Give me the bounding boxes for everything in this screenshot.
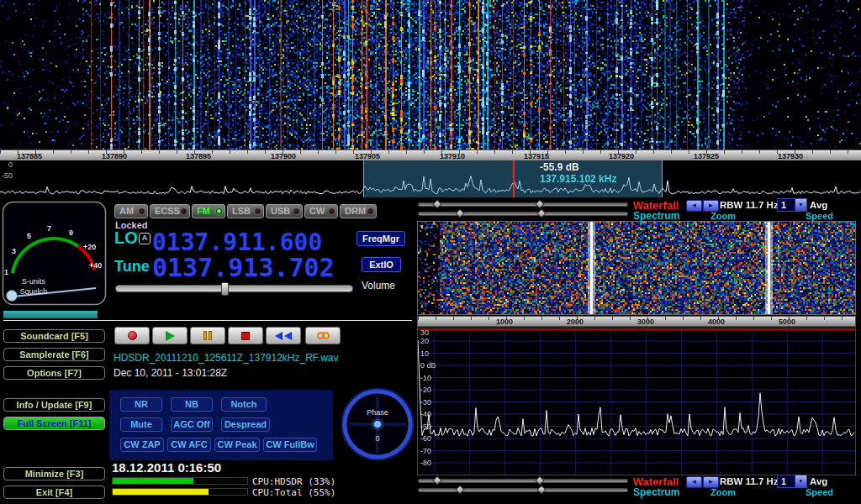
vfo-a-badge[interactable]: A xyxy=(139,233,151,244)
tune-cursor-line xyxy=(513,160,515,197)
record-button[interactable] xyxy=(114,327,150,344)
tune-frequency-display[interactable]: 0137.913.702 xyxy=(152,253,335,282)
spectrum-tab[interactable]: Spectrum xyxy=(633,210,679,222)
recording-filename: HDSDR_20111210_125611Z_137912kHz_RF.wav xyxy=(114,352,339,364)
db-scale-label: 0 dB xyxy=(420,361,436,370)
info-update-button[interactable]: Info / Update [F9] xyxy=(3,398,105,412)
chevron-down-icon[interactable]: ▼ xyxy=(795,475,806,487)
cursor-readout: -55.9 dB 137.915.102 kHz xyxy=(540,161,616,185)
agc-button[interactable]: AGC Off xyxy=(171,417,213,432)
squelch-level-bar[interactable] xyxy=(3,311,98,318)
zoom-out-button[interactable]: ◄ xyxy=(686,200,702,212)
hdsdr-window: 137885 137890 137895 137900 137905 13791… xyxy=(0,0,861,504)
freq-label: 137930 xyxy=(778,152,803,160)
rf-display-controls-top: Waterfall Spectrum ◄ ► RBW 11.7 Hz Zoom … xyxy=(0,198,861,222)
slider-thumb[interactable] xyxy=(536,485,546,494)
volume-label: Volume xyxy=(362,280,395,291)
avg-dropdown[interactable]: 1 ▼ xyxy=(777,198,807,212)
slider-thumb[interactable] xyxy=(432,475,441,485)
af-waterfall-display[interactable] xyxy=(417,221,856,315)
db-axis-label: 0 xyxy=(8,160,13,169)
zoom-arrow-buttons: ◄ ► xyxy=(686,200,719,212)
clock-display: 18.12.2011 0:16:50 xyxy=(112,460,221,475)
main-spectrum-display[interactable]: 0 -50 -55.9 dB 137.915.102 kHz xyxy=(0,160,861,197)
freq-label: 137925 xyxy=(694,152,719,160)
freqmgr-button[interactable]: FreqMgr xyxy=(357,231,405,246)
af-scale-label: 1000 xyxy=(496,318,513,326)
af-frequency-scale[interactable]: 1000 2000 3000 4000 5000 xyxy=(417,316,856,327)
smeter-tick: +40 xyxy=(89,261,102,270)
samplerate-button[interactable]: Samplerate [F6] xyxy=(3,348,105,361)
slider-thumb[interactable] xyxy=(536,208,546,218)
cw-peak-button[interactable]: CW Peak xyxy=(214,438,260,452)
chevron-down-icon[interactable]: ▼ xyxy=(795,199,806,211)
smeter-tick: 9 xyxy=(69,228,73,237)
zoom-in-button[interactable]: ► xyxy=(703,476,719,488)
volume-slider-thumb[interactable] xyxy=(221,282,229,296)
smeter-tick: +20 xyxy=(83,243,96,251)
waterfall-brightness-slider[interactable] xyxy=(418,479,628,483)
smeter-tick: 7 xyxy=(47,224,51,233)
nb-button[interactable]: NB xyxy=(171,397,213,412)
loop-icon xyxy=(322,332,330,339)
db-scale-label: -30 xyxy=(420,398,431,407)
af-spectrum-display[interactable]: 30 20 10 0 dB -10 -20 -30 -40 -50 -60 -7… xyxy=(417,328,856,475)
cursor-db-readout: -55.9 dB xyxy=(540,161,616,173)
nr-button[interactable]: NR xyxy=(120,397,162,412)
zoom-out-button[interactable]: ◄ xyxy=(686,476,702,488)
soundcard-button[interactable]: Soundcard [F5] xyxy=(3,329,105,343)
mute-button[interactable]: Mute xyxy=(120,417,162,432)
af-scale-label: 3000 xyxy=(637,318,654,326)
waterfall-brightness-slider[interactable] xyxy=(418,202,628,207)
avg-label: Avg xyxy=(810,476,827,486)
frequency-ticks xyxy=(0,150,861,154)
af-scale-label: 4000 xyxy=(708,318,725,326)
cw-zap-button[interactable]: CW ZAP xyxy=(120,438,164,452)
squelch-label: Squelch xyxy=(20,287,48,296)
rbw-label: RBW 11.7 Hz xyxy=(720,200,779,210)
cursor-freq-readout: 137.915.102 kHz xyxy=(540,173,616,185)
slider-thumb[interactable] xyxy=(455,485,464,494)
zoom-arrow-buttons: ◄ ► xyxy=(686,476,719,488)
spectrum-tab[interactable]: Spectrum xyxy=(633,486,679,498)
loop-button[interactable] xyxy=(305,327,341,344)
slider-thumb[interactable] xyxy=(455,208,464,218)
tune-label: Tune xyxy=(114,258,150,276)
main-waterfall-display[interactable] xyxy=(0,0,861,150)
squelch-knob[interactable] xyxy=(7,291,18,302)
options-button[interactable]: Options [F7] xyxy=(3,366,105,380)
fullscreen-button[interactable]: Full Screen [F11] xyxy=(3,417,105,430)
rewind-button[interactable] xyxy=(266,327,301,344)
slider-thumb[interactable] xyxy=(432,199,441,208)
avg-value: 1 xyxy=(778,475,795,487)
slider-thumb[interactable] xyxy=(535,199,544,208)
spectrum-range-slider[interactable] xyxy=(418,488,628,492)
freq-label: 137895 xyxy=(186,152,211,160)
phase-label: Phase xyxy=(367,408,388,417)
extio-button[interactable]: ExtIO xyxy=(362,257,401,272)
cw-fullbw-button[interactable]: CW FullBw xyxy=(263,438,317,452)
despread-button[interactable]: Despread xyxy=(221,417,270,432)
spectrum-range-slider[interactable] xyxy=(418,212,628,216)
freq-label: 137920 xyxy=(609,152,634,160)
db-scale-label: -70 xyxy=(420,447,431,455)
freq-label: 137910 xyxy=(440,152,465,160)
phase-scope: Phase 0 xyxy=(341,387,415,461)
frequency-scale[interactable]: 137885 137890 137895 137900 137905 13791… xyxy=(0,150,861,160)
avg-value: 1 xyxy=(778,199,795,211)
pause-button[interactable] xyxy=(190,327,225,344)
volume-slider[interactable] xyxy=(115,285,353,292)
dsp-panel: NR NB Notch Mute AGC Off Despread CW ZAP… xyxy=(109,390,333,460)
play-button[interactable] xyxy=(152,327,188,344)
zoom-in-button[interactable]: ► xyxy=(703,200,719,212)
record-icon xyxy=(128,331,137,340)
cw-afc-button[interactable]: CW AFC xyxy=(167,438,211,452)
rewind-icon xyxy=(275,332,283,340)
slider-thumb[interactable] xyxy=(535,475,544,485)
freq-label: 137905 xyxy=(355,152,380,160)
stop-button[interactable] xyxy=(228,327,263,344)
avg-dropdown[interactable]: 1 ▼ xyxy=(777,475,807,488)
play-icon xyxy=(166,331,175,341)
notch-button[interactable]: Notch xyxy=(221,397,267,412)
db-scale-label: -10 xyxy=(420,374,431,382)
